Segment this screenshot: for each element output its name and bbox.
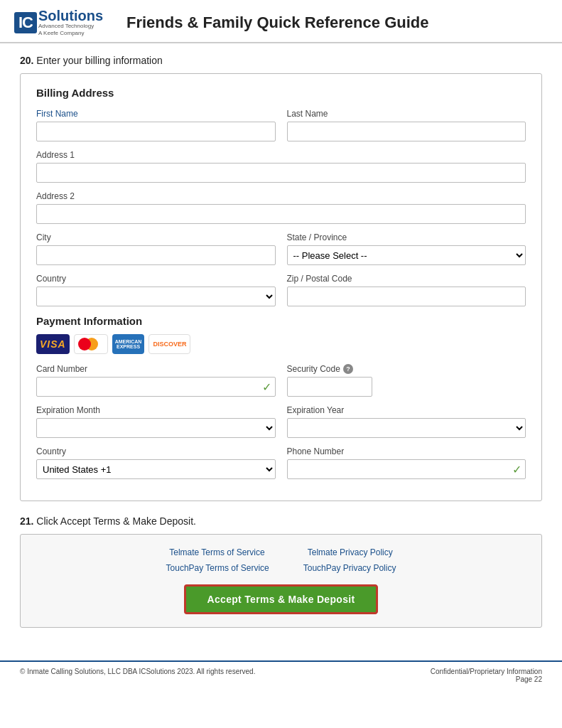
security-code-input[interactable] (287, 377, 372, 397)
touchpay-terms-link[interactable]: TouchPay Terms of Service (166, 563, 269, 573)
footer-page: Page 22 (431, 675, 542, 683)
step21-label: 21. Click Accept Terms & Make Deposit. (20, 515, 542, 527)
footer-copyright: © Inmate Calling Solutions, LLC DBA ICSo… (20, 668, 255, 675)
address1-row: Address 1 (36, 150, 526, 183)
security-code-label-wrapper: Security Code ? (287, 364, 526, 374)
card-number-input[interactable] (36, 377, 276, 397)
mc-circle-red (78, 338, 91, 350)
city-label: City (36, 232, 276, 242)
logo-sub2: A Keefe Company (38, 30, 103, 37)
payment-section-title: Payment Information (36, 315, 526, 327)
first-name-input[interactable] (36, 122, 276, 141)
state-label: State / Province (287, 232, 526, 242)
address2-row: Address 2 (36, 191, 526, 224)
exp-year-group: Expiration Year (287, 405, 526, 438)
exp-year-label: Expiration Year (287, 405, 526, 415)
last-name-label: Last Name (287, 109, 526, 119)
first-name-group: First Name (36, 109, 276, 141)
exp-year-select[interactable] (287, 418, 526, 438)
address2-group: Address 2 (36, 191, 526, 224)
country-payment-select[interactable]: United States +1 (36, 459, 276, 479)
address1-group: Address 1 (36, 150, 526, 183)
card-number-group: Card Number ✓ (36, 364, 276, 397)
step20-number: 20. (20, 55, 33, 66)
country-phone-row: Country United States +1 Phone Number ✓ (36, 446, 526, 479)
logo-ic-text: IC (14, 12, 37, 33)
main-content: 20. Enter your billing information Billi… (0, 43, 562, 653)
billing-section-title: Billing Address (36, 87, 526, 99)
telmate-privacy-link[interactable]: Telmate Privacy Policy (308, 547, 393, 557)
card-check-icon: ✓ (262, 380, 271, 394)
expiry-row: Expiration Month Expiration Year (36, 405, 526, 438)
phone-label: Phone Number (287, 446, 526, 456)
accept-deposit-button[interactable]: Accept Terms & Make Deposit (184, 584, 379, 614)
billing-form-card: Billing Address First Name Last Name Add… (20, 73, 542, 501)
logo: IC Solutions Advanced Technology A Keefe… (14, 9, 114, 36)
logo-sub1: Advanced Technology (38, 23, 103, 30)
state-select[interactable]: -- Please Select -- (287, 245, 526, 265)
country-payment-group: Country United States +1 (36, 446, 276, 479)
city-input[interactable] (36, 245, 276, 265)
exp-month-group: Expiration Month (36, 405, 276, 438)
card-number-input-wrapper: ✓ (36, 377, 276, 397)
page-footer: © Inmate Calling Solutions, LLC DBA ICSo… (0, 660, 562, 689)
step20-label: 20. Enter your billing information (20, 55, 542, 66)
city-state-row: City State / Province -- Please Select -… (36, 232, 526, 265)
zip-label: Zip / Postal Code (287, 274, 526, 284)
card-number-label: Card Number (36, 364, 276, 374)
telmate-terms-link[interactable]: Telmate Terms of Service (169, 547, 265, 557)
first-name-label: First Name (36, 109, 276, 119)
step21-text: Click Accept Terms & Make Deposit. (36, 515, 196, 527)
visa-icon: VISA (36, 334, 70, 354)
terms-links-row2: TouchPay Terms of Service TouchPay Priva… (36, 563, 526, 573)
address1-label: Address 1 (36, 150, 526, 160)
country-zip-row: Country Zip / Postal Code (36, 274, 526, 306)
phone-group: Phone Number ✓ (287, 446, 526, 479)
security-help-icon[interactable]: ? (343, 364, 353, 374)
country-billing-label: Country (36, 274, 276, 284)
city-group: City (36, 232, 276, 265)
address2-input[interactable] (36, 204, 526, 224)
card-icons-row: VISA AMERICANEXPRESS DISCOVER (36, 334, 526, 354)
phone-check-icon: ✓ (512, 463, 522, 476)
card-security-row: Card Number ✓ Security Code ? (36, 364, 526, 397)
zip-input[interactable] (287, 287, 526, 306)
page-header: IC Solutions Advanced Technology A Keefe… (0, 0, 562, 43)
security-code-label: Security Code (287, 364, 340, 374)
last-name-input[interactable] (287, 122, 526, 141)
last-name-group: Last Name (287, 109, 526, 141)
page-title: Friends & Family Quick Reference Guide (126, 14, 428, 32)
name-row: First Name Last Name (36, 109, 526, 141)
discover-icon: DISCOVER (148, 334, 190, 354)
phone-input[interactable] (287, 459, 526, 479)
step20-text: Enter your billing information (36, 55, 162, 66)
logo-solutions: Solutions Advanced Technology A Keefe Co… (38, 9, 103, 36)
phone-input-wrapper: ✓ (287, 459, 526, 479)
exp-month-select[interactable] (36, 418, 276, 438)
step21-number: 21. (20, 515, 33, 527)
terms-links-row1: Telmate Terms of Service Telmate Privacy… (36, 547, 526, 557)
footer-confidential: Confidential/Proprietary Information (431, 668, 542, 675)
country-payment-label: Country (36, 446, 276, 456)
touchpay-privacy-link[interactable]: TouchPay Privacy Policy (303, 563, 396, 573)
accept-btn-wrapper: Accept Terms & Make Deposit (36, 584, 526, 614)
exp-month-label: Expiration Month (36, 405, 276, 415)
address1-input[interactable] (36, 163, 526, 183)
footer-right: Confidential/Proprietary Information Pag… (431, 668, 542, 683)
amex-icon: AMERICANEXPRESS (112, 334, 145, 354)
country-billing-select[interactable] (36, 287, 276, 306)
state-group: State / Province -- Please Select -- (287, 232, 526, 265)
logo-solutions-text: Solutions (38, 9, 103, 23)
address2-label: Address 2 (36, 191, 526, 201)
country-billing-group: Country (36, 274, 276, 306)
mastercard-icon (74, 334, 108, 354)
zip-group: Zip / Postal Code (287, 274, 526, 306)
terms-card: Telmate Terms of Service Telmate Privacy… (20, 534, 542, 628)
security-code-group: Security Code ? (287, 364, 526, 397)
